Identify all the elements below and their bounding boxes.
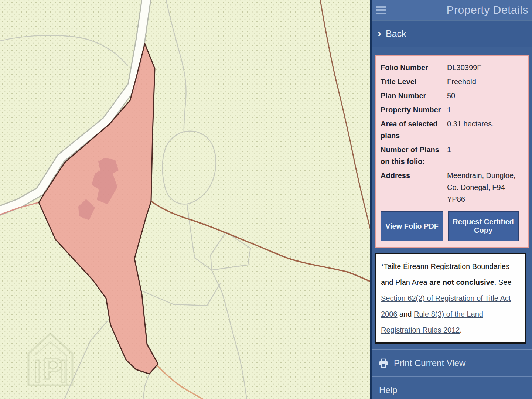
detail-label: Title Level: [381, 76, 447, 88]
menu-icon[interactable]: [376, 4, 386, 16]
chevron-right-icon: ›: [378, 27, 381, 40]
property-details-sidebar: Property Details › Back Folio NumberDL30…: [372, 0, 532, 399]
help-label: Help: [379, 385, 397, 395]
app-window: P: [0, 0, 532, 399]
detail-label: Property Number: [381, 104, 447, 116]
request-certified-copy-button[interactable]: Request Certified Copy: [448, 211, 519, 241]
back-button[interactable]: › Back: [372, 20, 532, 47]
detail-label: Folio Number: [381, 62, 447, 74]
help-button[interactable]: Help: [372, 376, 532, 399]
detail-value: 50: [447, 90, 524, 102]
sidebar-header: Property Details: [372, 0, 532, 20]
detail-value: 1: [447, 104, 524, 116]
property-details-panel: Folio NumberDL30399FTitle LevelFreeholdP…: [375, 55, 529, 248]
watermark-letter: P: [42, 352, 63, 385]
detail-value: 0.31 hectares.: [447, 118, 524, 141]
detail-label: Area of selected plans: [381, 118, 447, 141]
detail-row: Area of selected plans0.31 hectares.: [381, 118, 524, 141]
view-folio-pdf-button[interactable]: View Folio PDF: [381, 211, 443, 241]
map-watermark-logo: P: [28, 334, 72, 385]
detail-row: Folio NumberDL30399F: [381, 62, 524, 74]
print-current-view-button[interactable]: Print Current View: [372, 349, 532, 376]
detail-value: DL30399F: [447, 62, 524, 74]
selected-parcel[interactable]: [39, 44, 158, 374]
disclaimer-box: *Tailte Éireann Registration Boundaries …: [375, 253, 526, 344]
detail-row: Title LevelFreehold: [381, 76, 524, 88]
map-drawing: P: [0, 0, 370, 399]
page-title: Property Details: [386, 4, 532, 16]
detail-value: 1: [447, 144, 524, 167]
back-label: Back: [386, 28, 406, 39]
selected-parcel-polygon: [39, 44, 158, 374]
detail-row: Number of Plans on this folio:1: [381, 144, 524, 167]
boundary-line-salmon: [157, 366, 204, 399]
map-canvas[interactable]: P: [0, 0, 370, 399]
detail-row: Property Number1: [381, 104, 524, 116]
detail-rows: Folio NumberDL30399FTitle LevelFreeholdP…: [381, 62, 524, 205]
detail-label: Plan Number: [381, 90, 447, 102]
detail-row: Plan Number50: [381, 90, 524, 102]
detail-label: Number of Plans on this folio:: [381, 144, 447, 167]
printer-icon: [378, 358, 389, 368]
print-label: Print Current View: [394, 358, 466, 368]
detail-row: AddressMeendrain, Dungloe, Co. Donegal, …: [381, 170, 524, 205]
boundary-lines-brown: [151, 0, 370, 399]
panel-buttons: View Folio PDF Request Certified Copy: [381, 211, 524, 241]
detail-value: Freehold: [447, 76, 524, 88]
detail-label: Address: [381, 170, 447, 205]
detail-value: Meendrain, Dungloe, Co. Donegal, F94 YP8…: [447, 170, 524, 205]
disclaimer-bold-text: are not conclusive: [429, 278, 494, 286]
